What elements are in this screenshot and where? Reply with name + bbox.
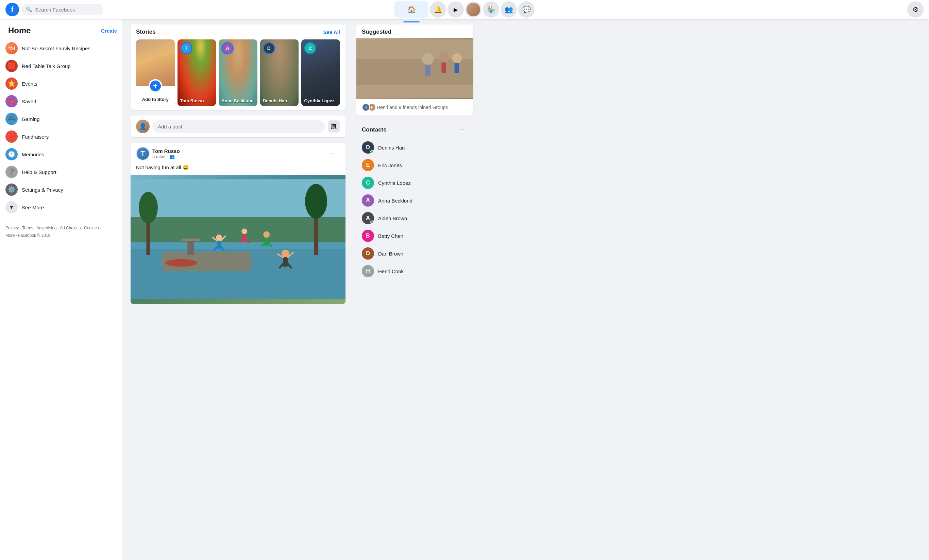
sidebar-item-memories[interactable]: 🕐 Memories	[3, 145, 120, 163]
messenger-nav-button[interactable]: 💬	[518, 2, 535, 18]
contact-item-anna-becklund[interactable]: A Anna Becklund	[359, 192, 471, 209]
gaming-icon: 🎮	[5, 113, 18, 125]
svg-point-21	[263, 231, 270, 238]
memories-icon: 🕐	[5, 148, 18, 161]
contact-item-eric-jones[interactable]: E Eric Jones	[359, 156, 471, 174]
footer-cookies-link[interactable]: Cookies	[84, 226, 99, 230]
suggested-section: Suggested 👥 G	[356, 24, 473, 116]
facebook-logo[interactable]: f	[5, 3, 19, 16]
story-label-anna: Anna Becklund	[221, 98, 254, 103]
groups-card-bg	[356, 38, 473, 99]
stories-header: Stories See All	[136, 29, 340, 35]
contact-item-cynthia-lopez[interactable]: C Cynthia Lopez	[359, 174, 471, 192]
sidebar-item-saved[interactable]: 🔖 Saved	[3, 92, 120, 110]
notifications-nav-button[interactable]: 🔔	[430, 2, 446, 18]
sidebar-item-help-support[interactable]: ❓ Help & Support	[3, 163, 120, 181]
contact-item-betty-chen[interactable]: B Betty Chen	[359, 227, 471, 245]
post-image	[130, 174, 345, 304]
stories-section: Stories See All + Add to Story	[130, 24, 345, 110]
sidebar-footer: Privacy · Terms · Advertising · Ad Choic…	[3, 222, 120, 242]
contact-item-henri-cook[interactable]: H Henri Cook	[359, 262, 471, 280]
main-feed: Stories See All + Add to Story	[123, 19, 354, 560]
contact-avatar-eric: E	[362, 159, 374, 171]
add-story-card[interactable]: + Add to Story	[136, 40, 175, 106]
sidebar-item-label: Red Table Talk Group	[22, 63, 71, 69]
post-avatar: T	[136, 147, 150, 161]
topnav-left: f 🔍	[5, 3, 311, 16]
family-recipes-icon: 🍽	[5, 42, 18, 54]
contact-name-aiden: Aiden Brown	[378, 216, 407, 221]
sidebar-item-label: Events	[22, 81, 37, 87]
home-nav-button[interactable]: 🏠	[394, 2, 428, 18]
search-icon: 🔍	[26, 6, 32, 12]
sidebar-title: Home	[5, 23, 34, 38]
story-avatar-anna: A	[221, 42, 234, 54]
footer-terms-link[interactable]: Terms	[22, 226, 33, 230]
profile-avatar	[466, 3, 480, 16]
contacts-section: Contacts ··· D Dennis Han E Eric Jones C…	[356, 121, 473, 280]
sidebar-item-red-table-talk[interactable]: 🟥 Red Table Talk Group	[3, 57, 120, 75]
search-input[interactable]	[35, 7, 99, 12]
create-link[interactable]: Create	[101, 28, 117, 34]
contact-avatar-anna: A	[362, 194, 374, 207]
marketplace-nav-button[interactable]: 🏪	[483, 2, 499, 18]
contacts-more-button[interactable]: ···	[456, 124, 468, 136]
fundraisers-icon: ❤️	[5, 130, 18, 143]
sidebar-item-see-more[interactable]: ▼ See More	[3, 199, 120, 216]
composer-photo-button[interactable]: 🖼	[328, 120, 340, 133]
story-dennis-han[interactable]: D Dennis Han	[260, 40, 299, 106]
contact-name-eric: Eric Jones	[378, 162, 402, 168]
svg-rect-40	[356, 40, 473, 98]
post-more-button[interactable]: ···	[328, 147, 340, 160]
post-author: Tom Russo	[152, 148, 180, 154]
footer-adchoices-link[interactable]: Ad Choices	[60, 226, 81, 230]
settings-privacy-icon: ⚙️	[5, 184, 18, 196]
story-tom-russo[interactable]: T Tom Russo	[178, 40, 216, 106]
story-add-label: Add to Story	[139, 97, 172, 102]
stories-title: Stories	[136, 29, 156, 35]
story-avatar-tom: T	[180, 42, 192, 54]
footer-advertising-link[interactable]: Advertising	[37, 226, 57, 230]
messenger-icon: 💬	[522, 5, 531, 14]
search-bar[interactable]: 🔍	[22, 4, 103, 15]
sidebar-item-gaming[interactable]: 🎮 Gaming	[3, 110, 120, 128]
footer-privacy-link[interactable]: Privacy	[5, 226, 19, 230]
groups-nav-button[interactable]: 👥	[501, 2, 517, 18]
sidebar-item-events[interactable]: ⭐ Events	[3, 75, 120, 92]
settings-nav-button[interactable]: ⚙	[907, 2, 924, 18]
online-indicator-aiden	[370, 220, 374, 224]
story-label-tom: Tom Russo	[180, 98, 204, 103]
sidebar-item-label: Settings & Privacy	[22, 187, 63, 193]
contact-name-dan: Dan Brown	[378, 251, 403, 257]
story-anna-becklund[interactable]: A Anna Becklund	[219, 40, 258, 106]
story-label-dennis: Dennis Han	[263, 98, 287, 103]
footer-more-link[interactable]: More	[5, 233, 15, 238]
help-icon: ❓	[5, 166, 18, 178]
story-add-circle: +	[149, 79, 162, 93]
footer-copyright: Facebook © 2019	[18, 233, 50, 238]
profile-nav-button[interactable]	[465, 2, 481, 18]
online-indicator	[370, 150, 374, 153]
story-cynthia-lopez[interactable]: C Cynthia Lopez	[301, 40, 340, 106]
settings-icon: ⚙	[912, 5, 918, 14]
friends-avatars: H F	[362, 103, 374, 112]
sidebar-item-fundraisers[interactable]: ❤️ Fundraisers	[3, 128, 120, 145]
composer-input[interactable]: Add a post	[152, 120, 325, 133]
stories-see-all[interactable]: See All	[323, 29, 340, 35]
groups-friends-row: H F Henri and 9 friends joined Groups	[356, 99, 473, 116]
contact-name-henri: Henri Cook	[378, 268, 404, 274]
svg-point-31	[165, 259, 197, 267]
contact-item-dennis-han[interactable]: D Dennis Han	[359, 139, 471, 156]
watch-nav-button[interactable]: ▶	[448, 2, 464, 18]
post-header: T Tom Russo 5 mins · 👥 ···	[130, 143, 345, 164]
contact-item-dan-brown[interactable]: D Dan Brown	[359, 245, 471, 262]
svg-rect-3	[130, 242, 345, 249]
sidebar-item-family-recipes[interactable]: 🍽 Not-So-Secret Family Recipes	[3, 40, 120, 57]
stories-grid: + Add to Story T Tom Russo A Anna Becklu…	[136, 40, 340, 106]
post-card: T Tom Russo 5 mins · 👥 ··· Not having fu…	[130, 143, 345, 304]
contact-item-aiden-brown[interactable]: A Aiden Brown	[359, 209, 471, 227]
groups-icon: 👥	[504, 5, 513, 14]
marketplace-icon: 🏪	[487, 5, 495, 14]
sidebar-item-settings-privacy[interactable]: ⚙️ Settings & Privacy	[3, 181, 120, 199]
composer-row: 👤 Add a post 🖼	[136, 119, 340, 133]
